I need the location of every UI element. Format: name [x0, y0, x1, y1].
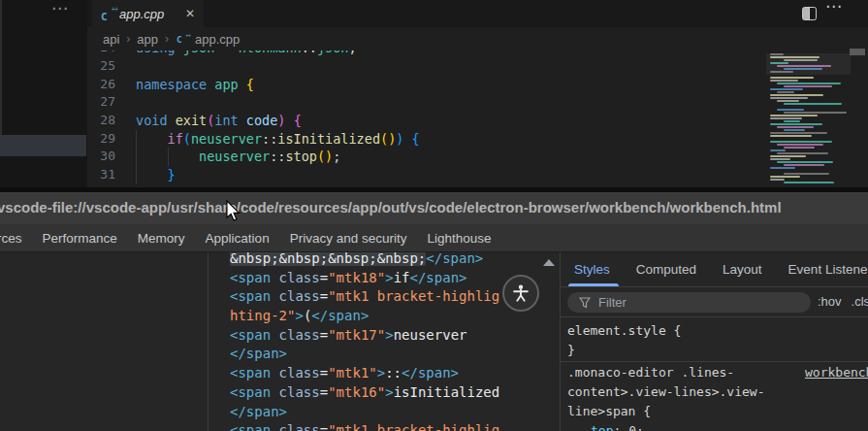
dom-token: = [320, 288, 328, 304]
styles-tab-styles[interactable]: Styles [574, 262, 610, 277]
dom-tree-line[interactable]: </span> [209, 403, 539, 422]
code-editor[interactable]: 24using json = nlohmann::json;2526namesp… [87, 50, 766, 187]
minimap-slider[interactable] [766, 53, 851, 75]
dom-token: "mtk17" [328, 327, 385, 343]
devtools-tab-lighthouse[interactable]: Lighthouse [427, 231, 491, 246]
breadcrumb-separator: › [126, 32, 130, 46]
minimap-line [770, 97, 808, 99]
token: namespace [136, 77, 207, 92]
devtools-tab-memory[interactable]: Memory [138, 231, 185, 246]
dom-token: class [279, 365, 320, 381]
token [286, 113, 294, 128]
styles-tab-layout[interactable]: Layout [723, 262, 762, 277]
devtools-body: &nbsp;&nbsp;&nbsp;&nbsp;</span><span cla… [0, 252, 868, 431]
dom-token: = [320, 422, 328, 431]
code-line[interactable]: 29 if(neuserver::isInitialized()) { [87, 130, 766, 149]
dom-tree-line[interactable]: <span class="mtk17">neuserver [209, 326, 539, 346]
editor-tab-bar: C++ app.cpp ✕ ⋯ [87, 0, 868, 27]
minimap-line [770, 123, 822, 125]
code-text: if(neuserver::isInitialized()) { [136, 130, 420, 149]
line-number[interactable]: 24 [87, 50, 136, 57]
editor-actions-more-icon[interactable]: ⋯ [825, 0, 843, 17]
token: ( [380, 131, 388, 147]
code-text: void exit(int code) { [136, 112, 302, 130]
breadcrumb-api[interactable]: api [103, 32, 119, 47]
inline-style-rule[interactable]: element.style { [567, 321, 868, 341]
dom-tree-scrollbar[interactable] [539, 252, 560, 431]
code-line[interactable]: 27 [87, 93, 766, 112]
toggle-classes-button[interactable]: .cls [852, 294, 868, 309]
vscode-window: C++ app.cpp ✕ ⋯ ⋯ api › app › C++ [0, 0, 868, 187]
panel-edge [0, 0, 2, 136]
minimap-line [770, 80, 798, 82]
styles-filter-input[interactable]: Filter [567, 292, 811, 313]
more-actions-icon[interactable]: ⋯ [51, 0, 69, 18]
line-number[interactable]: 28 [87, 112, 136, 130]
minimap-line [770, 141, 832, 143]
code-line[interactable]: 31 } [87, 166, 766, 184]
dom-token: > [295, 308, 303, 323]
inline-style-close[interactable]: } [567, 341, 868, 360]
line-number[interactable]: 30 [87, 148, 136, 166]
dom-token: <span [230, 365, 279, 381]
devtools-tab-sources[interactable]: Sources [0, 231, 22, 246]
editor-scrollbar-thumb[interactable] [850, 49, 865, 55]
line-number[interactable]: 26 [87, 76, 136, 94]
styles-pane: StylesComputedLayoutEvent Listeners Filt… [561, 252, 868, 431]
dom-token: <span [230, 327, 279, 343]
token [239, 113, 246, 128]
monaco-rule[interactable]: .monaco-editor .lines- content>.view-lin… [567, 363, 868, 431]
css-property-line[interactable]: top: 0; [567, 421, 868, 431]
dom-tree-line[interactable]: </span> [209, 345, 539, 364]
breadcrumb-app[interactable]: app [137, 32, 158, 47]
dom-token: </span> [230, 404, 287, 419]
code-line[interactable]: 30 neuserver::stop(); [87, 148, 766, 166]
line-number[interactable]: 29 [87, 130, 136, 149]
line-number[interactable]: 31 [87, 166, 136, 184]
stylesheet-source-link[interactable]: workbench [805, 365, 868, 380]
minimap-line [770, 94, 823, 96]
code-text: neuserver::stop(); [136, 148, 340, 166]
styles-tab-computed[interactable]: Computed [636, 262, 696, 277]
minimap-line [777, 91, 794, 93]
dom-tree-line[interactable]: <span class="mtk18">if</span> [209, 269, 539, 288]
breadcrumb-file[interactable]: app.cpp [195, 32, 240, 47]
code-line[interactable]: 26namespace app { [87, 76, 766, 94]
accessibility-overlay-icon[interactable] [502, 275, 539, 312]
token: using [136, 50, 176, 55]
dom-tree-line[interactable]: hting-2">(</span> [209, 307, 539, 326]
minimap-line [777, 144, 823, 146]
minimap-line [784, 173, 829, 175]
line-number[interactable]: 25 [87, 57, 136, 76]
dom-tree-line[interactable]: <span class="mtk1">::</span> [209, 364, 539, 383]
cpp-file-icon: C++ [101, 7, 113, 20]
minimap-line [777, 109, 804, 111]
code-line[interactable]: 24using json = nlohmann::json; [87, 50, 766, 57]
dom-tree-line[interactable]: <span class="mtk16">isInitialized [209, 383, 539, 403]
rule-divider [561, 361, 868, 362]
panel-divider-band [0, 135, 86, 156]
token [176, 50, 183, 55]
devtools-tab-performance[interactable]: Performance [43, 231, 117, 246]
minimap-line [770, 149, 786, 151]
line-number[interactable]: 27 [87, 93, 136, 112]
code-line[interactable]: 25 [87, 57, 766, 76]
code-line[interactable]: 28void exit(int code) { [87, 112, 766, 130]
scroll-up-arrow-icon[interactable] [543, 259, 555, 266]
dom-tree-line[interactable]: &nbsp;&nbsp;&nbsp;&nbsp;</span> [209, 252, 539, 269]
minimap-line [770, 155, 806, 157]
devtools-tab-application[interactable]: Application [206, 231, 270, 246]
tab-close-icon[interactable]: ✕ [185, 7, 195, 20]
dom-token: isInitialized [394, 384, 500, 400]
dom-token: <span [230, 384, 279, 400]
dom-tree-line[interactable]: <span class="mtk1 bracket-highlig [209, 287, 539, 307]
tab-app-cpp[interactable]: C++ app.cpp ✕ [92, 0, 204, 27]
split-editor-icon[interactable] [802, 7, 817, 24]
minimap-line [777, 126, 814, 128]
toggle-hover-state-button[interactable]: :hov [818, 294, 842, 309]
dom-tree-line[interactable]: <span class="mtk1 bracket-highlig [209, 421, 539, 431]
styles-tab-event-listeners[interactable]: Event Listeners [788, 262, 868, 277]
dom-token: :: [385, 365, 402, 381]
token: ; [333, 149, 340, 164]
devtools-tab-privacy-and-security[interactable]: Privacy and security [290, 231, 407, 246]
